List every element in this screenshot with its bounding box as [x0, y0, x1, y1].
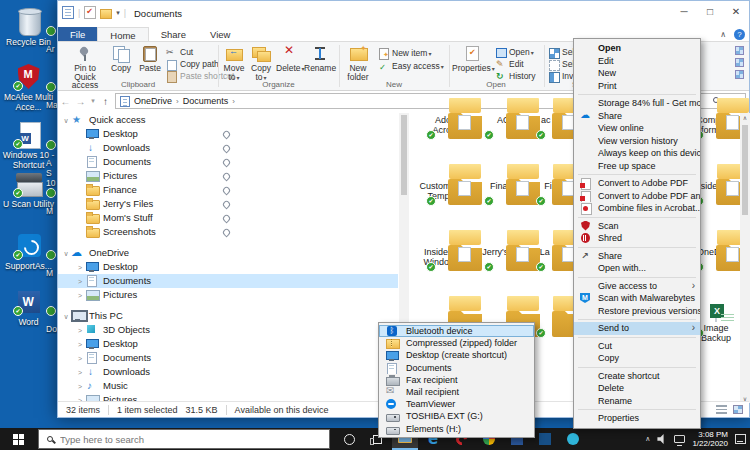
- start-button[interactable]: [0, 428, 36, 450]
- volume-icon[interactable]: [657, 434, 667, 444]
- copy-path-button[interactable]: Copy path: [166, 58, 219, 70]
- delete-button[interactable]: Delete: [276, 45, 304, 74]
- paste-button[interactable]: Paste: [136, 45, 164, 73]
- context-menu-item[interactable]: Share: [574, 250, 700, 263]
- hidden-icons-chevron[interactable]: ∧: [645, 435, 650, 443]
- expand-chevron-icon[interactable]: [75, 380, 85, 394]
- context-menu-item[interactable]: Shred: [574, 232, 700, 245]
- action-center-icon[interactable]: [735, 434, 746, 444]
- large-icons-view-icon[interactable]: [733, 405, 743, 414]
- nav-tree-item[interactable]: Documents: [58, 351, 398, 365]
- nav-tree-item[interactable]: Pictures: [58, 169, 398, 183]
- easy-access-button[interactable]: Easy access: [378, 60, 444, 72]
- tab-view[interactable]: View: [198, 27, 242, 41]
- context-menu-item[interactable]: Rename: [574, 395, 700, 408]
- network-icon[interactable]: [674, 435, 685, 443]
- maximize-button[interactable]: □: [697, 1, 723, 23]
- details-view-icon[interactable]: [716, 405, 727, 414]
- close-button[interactable]: ✕: [723, 1, 749, 23]
- taskbar-search-input[interactable]: [60, 434, 290, 445]
- context-menu-item[interactable]: Give access to: [574, 280, 700, 293]
- properties-button[interactable]: Properties: [452, 45, 492, 74]
- ribbon-view-buttons[interactable]: [735, 46, 745, 82]
- send-to-item[interactable]: TeamViewer: [379, 398, 534, 410]
- cortana-button[interactable]: [336, 428, 362, 450]
- nav-tree-item[interactable]: Documents: [58, 274, 398, 288]
- expand-chevron-icon[interactable]: [75, 275, 85, 289]
- nav-tree-item[interactable]: Mom's Stuff: [58, 211, 398, 225]
- send-to-item[interactable]: TOSHIBA EXT (G:): [379, 410, 534, 422]
- help-icon[interactable]: ?: [734, 29, 745, 40]
- file-item[interactable]: La Ga: [529, 245, 575, 257]
- context-menu-item[interactable]: Copy: [574, 352, 700, 365]
- context-menu-item[interactable]: Always keep on this device: [574, 147, 700, 160]
- context-menu-item[interactable]: Cut: [574, 340, 700, 353]
- context-menu-item[interactable]: Open with...: [574, 262, 700, 275]
- nav-tree-item[interactable]: Pictures: [58, 288, 398, 302]
- nav-tree-item[interactable]: Jerry's Files: [58, 197, 398, 211]
- nav-tree-item[interactable]: Desktop: [58, 260, 398, 274]
- edit-button[interactable]: Edit: [495, 58, 524, 70]
- context-menu-item[interactable]: Convert to Adobe PDF and EMail: [574, 190, 700, 203]
- expand-chevron-icon[interactable]: [75, 324, 85, 338]
- context-menu-item[interactable]: View online: [574, 122, 700, 135]
- app-taskbar-button[interactable]: [532, 428, 558, 450]
- expand-chevron-icon[interactable]: [75, 338, 85, 352]
- file-item[interactable]: Finance: [477, 179, 535, 191]
- file-item[interactable]: Inside OUT-Windows 10: [419, 245, 477, 267]
- taskbar-search[interactable]: [38, 429, 330, 449]
- breadcrumb-documents[interactable]: Documents: [183, 96, 229, 106]
- file-list-scrollbar[interactable]: ∧ ∨: [740, 113, 750, 403]
- qat-new-folder-icon[interactable]: [100, 9, 112, 19]
- expand-chevron-icon[interactable]: [61, 247, 71, 261]
- expand-chevron-icon[interactable]: [61, 114, 71, 128]
- expand-chevron-icon[interactable]: [75, 289, 85, 303]
- send-to-item[interactable]: Mail recipient: [379, 386, 534, 398]
- open-button[interactable]: Open: [495, 46, 534, 58]
- up-button[interactable]: ↑: [98, 96, 113, 107]
- app-taskbar-button[interactable]: [560, 428, 586, 450]
- context-menu-item[interactable]: Print: [574, 80, 700, 93]
- copy-to-button[interactable]: Copy to: [248, 45, 274, 82]
- context-menu-item[interactable]: View version history: [574, 135, 700, 148]
- nav-tree-item[interactable]: Quick access: [58, 113, 398, 127]
- forward-button[interactable]: →: [73, 96, 88, 107]
- taskbar-clock[interactable]: 3:08 PM1/22/2020: [692, 430, 728, 448]
- context-menu-item[interactable]: Share: [574, 110, 700, 123]
- recent-locations-icon[interactable]: ▾: [88, 97, 98, 105]
- send-to-item[interactable]: Fax recipient: [379, 374, 534, 386]
- tab-file[interactable]: File: [58, 27, 97, 41]
- send-to-item[interactable]: Documents: [379, 362, 534, 374]
- context-menu-item[interactable]: Open: [574, 42, 700, 55]
- context-menu-item[interactable]: Delete: [574, 382, 700, 395]
- expand-chevron-icon[interactable]: [75, 366, 85, 380]
- nav-tree-item[interactable]: Music: [58, 379, 398, 393]
- copy-button[interactable]: Copy: [108, 45, 134, 73]
- nav-tree-item[interactable]: Documents: [58, 155, 398, 169]
- scrollbar-thumb[interactable]: [742, 125, 748, 215]
- nav-tree-item[interactable]: Screenshots: [58, 225, 398, 239]
- context-menu-item[interactable]: Scan: [574, 220, 700, 233]
- expand-chevron-icon[interactable]: [75, 261, 85, 275]
- context-menu-item[interactable]: Create shortcut: [574, 370, 700, 383]
- send-to-item[interactable]: Compressed (zipped) folder: [379, 337, 534, 349]
- rename-button[interactable]: Rename: [304, 45, 336, 73]
- file-item[interactable]: Fi A: [529, 179, 575, 191]
- file-item[interactable]: Adobe Acrobat: [419, 113, 477, 135]
- nav-tree-item[interactable]: Finance: [58, 183, 398, 197]
- context-menu-item[interactable]: Properties: [574, 412, 700, 425]
- file-item[interactable]: [477, 311, 535, 313]
- nav-tree-item[interactable]: Desktop: [58, 127, 398, 141]
- context-menu-item[interactable]: Convert to Adobe PDF: [574, 177, 700, 190]
- nav-tree-item[interactable]: This PC: [58, 309, 398, 323]
- minimize-button[interactable]: ─: [671, 1, 697, 23]
- tab-share[interactable]: Share: [149, 27, 198, 41]
- file-item[interactable]: [419, 311, 477, 313]
- minimize-ribbon-icon[interactable]: ∧: [720, 30, 726, 39]
- send-to-item[interactable]: Desktop (create shortcut): [379, 349, 534, 361]
- expand-chevron-icon[interactable]: [61, 310, 71, 324]
- breadcrumb-onedrive[interactable]: OneDrive: [134, 96, 172, 106]
- qat-properties-icon[interactable]: [84, 6, 96, 19]
- nav-tree-item[interactable]: 3D Objects: [58, 323, 398, 337]
- send-to-item[interactable]: Bluetooth device: [379, 325, 534, 337]
